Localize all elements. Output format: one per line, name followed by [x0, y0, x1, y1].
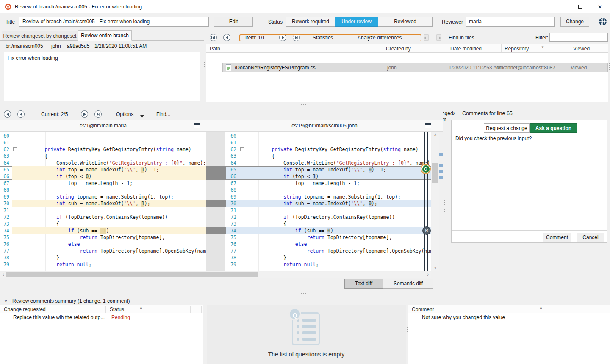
status-rework-button[interactable]: Rework required — [286, 17, 335, 27]
scroll-right-icon[interactable]: › — [425, 272, 431, 278]
right-code-line-67[interactable]: 67 top = name.Length - 1; — [225, 180, 431, 187]
col-status[interactable]: Status — [110, 306, 124, 312]
right-code-line-68[interactable]: 68 — [225, 187, 431, 193]
edit-button[interactable]: Edit — [214, 17, 253, 27]
next-diff-button[interactable] — [81, 110, 88, 118]
comment-button[interactable]: Comment — [543, 233, 571, 242]
left-code-line-62[interactable]: 62– private RegistryKey GetRegistoryEntr… — [0, 146, 206, 153]
filter-input[interactable] — [549, 33, 608, 42]
options-caret-icon[interactable] — [140, 113, 144, 119]
right-code-line-71[interactable]: 71 — [225, 207, 431, 214]
left-code-line-75[interactable]: 75 return TopDirectory[topname]; — [0, 234, 206, 241]
right-code-line-61[interactable]: 61 — [225, 139, 431, 146]
review-title-input[interactable] — [19, 17, 209, 27]
scroll-down-icon[interactable]: ∨ — [432, 265, 439, 271]
left-code-line-72[interactable]: 72 if (TopDirectory.ContainsKey(topname)… — [0, 214, 206, 221]
analyze-differences-button[interactable]: Analyze differences — [358, 35, 402, 41]
tab-review-changeset-by-changeset[interactable]: Review changeset by changeset — [2, 31, 78, 41]
options-button[interactable]: Options — [116, 111, 133, 117]
scroll-left-icon[interactable]: ‹ — [0, 272, 6, 278]
left-code-line-70[interactable]: 70 int sub = name.IndexOf('\\', 1); — [0, 200, 206, 207]
left-code-line-61[interactable]: 61 — [0, 139, 206, 146]
reviewer-input[interactable] — [466, 17, 555, 27]
bottom-splitter-handle-left[interactable] — [205, 327, 205, 334]
right-code-line-78[interactable]: 78 } — [225, 254, 431, 261]
left-code-line-63[interactable]: 63 { — [0, 153, 206, 160]
close-button[interactable]: ✕ — [590, 0, 610, 13]
text-diff-button[interactable]: Text diff — [344, 279, 383, 289]
summary-collapse-icon[interactable]: v — [5, 298, 7, 303]
right-code-line-79[interactable]: 79 return null; — [225, 261, 431, 268]
minimize-button[interactable] — [551, 0, 571, 13]
fold-icon[interactable]: – — [13, 147, 17, 151]
reply-badge[interactable]: R — [422, 226, 431, 235]
last-item-button[interactable] — [293, 34, 300, 41]
left-code-line-67[interactable]: 67 top = name.Length - 1; — [0, 180, 206, 187]
horizontal-scroll-thumb[interactable] — [6, 272, 258, 277]
right-code-line-64[interactable]: 64 Console.WriteLine("GetRegistoryEntry … — [225, 160, 431, 166]
prev-diff-button[interactable] — [17, 110, 25, 118]
comment-row-text[interactable]: Not sure why you changed this value — [422, 314, 505, 320]
request-change-button[interactable]: Request a change — [484, 123, 530, 133]
ask-question-button[interactable]: Ask a question — [530, 123, 577, 133]
diff-vertical-scrollbar[interactable]: ∧ ∨ — [432, 132, 439, 271]
right-code-line-75[interactable]: 75 return TopDirectory[topname]; — [225, 234, 431, 241]
left-code-line-69[interactable]: 69 string topname = name.Substring(1, to… — [0, 193, 206, 200]
summary-header[interactable]: v Review comments summary (1 change, 1 c… — [0, 297, 610, 304]
right-code-line-65[interactable]: 65 int top = name.IndexOf('\\', 0) -1; — [225, 166, 431, 173]
right-code-line-69[interactable]: 69 string topname = name.Substring(1, to… — [225, 193, 431, 200]
vertical-scroll-thumb[interactable] — [432, 163, 438, 183]
diff-comments-splitter-handle[interactable] — [444, 200, 445, 212]
globe-icon[interactable] — [599, 17, 607, 27]
prev-difference-icon[interactable] — [423, 34, 430, 42]
left-code-line-73[interactable]: 73 { — [0, 221, 206, 227]
left-code-line-76[interactable]: 76 else — [0, 241, 206, 248]
branch-comment-box[interactable]: Fix error when loading — [4, 52, 200, 101]
right-code-line-70[interactable]: 70 int sub = name.IndexOf('\\', 0); — [225, 200, 431, 207]
right-code-line-73[interactable]: 73 { — [225, 221, 431, 227]
col-repository[interactable]: Repository — [505, 46, 529, 52]
left-code-line-60[interactable]: 60 — [0, 132, 206, 139]
statistics-button[interactable]: Statistics — [313, 35, 333, 41]
right-code-line-66[interactable]: 66 if (top < 1) — [225, 173, 431, 180]
scroll-up-icon[interactable]: ∧ — [432, 132, 439, 138]
first-diff-button[interactable] — [4, 110, 11, 118]
right-code-line-62[interactable]: 62– private RegistryKey GetRegistoryEntr… — [225, 146, 431, 153]
col-viewed[interactable]: Viewed — [573, 46, 590, 52]
left-code-line-77[interactable]: 77 return TopDirectory[topname].OpenSubK… — [0, 248, 206, 254]
left-pane-window-icon[interactable] — [194, 123, 200, 128]
diff-horizontal-scrollbar[interactable]: ‹ › — [0, 272, 431, 278]
right-code-line-72[interactable]: 72 if (TopDirectory.ContainsKey(topname)… — [225, 214, 431, 221]
fold-icon[interactable]: – — [240, 147, 244, 151]
right-code-line-63[interactable]: 63 { — [225, 153, 431, 160]
question-badge[interactable]: Q — [421, 164, 431, 174]
change-request-text[interactable]: Replace this value wih the related outp.… — [13, 314, 105, 320]
left-code-line-64[interactable]: 64 Console.WriteLine("GetRegistoryEntry … — [0, 160, 206, 166]
status-under-review-button[interactable]: Under review — [335, 17, 378, 27]
left-code-line-78[interactable]: 78 } — [0, 254, 206, 261]
comment-draft-text[interactable]: Did you check the previous input? — [455, 135, 603, 141]
col-date-modified[interactable]: Date modified — [450, 46, 482, 52]
last-diff-button[interactable] — [94, 110, 102, 118]
right-edge-splitter-handle[interactable] — [609, 63, 610, 70]
find-button[interactable]: Find... — [156, 111, 170, 117]
prev-item-button[interactable] — [223, 34, 230, 41]
cancel-button[interactable]: Cancel — [577, 233, 604, 242]
col-path[interactable]: Path — [210, 46, 220, 52]
comments-collapse-icon[interactable]: › — [453, 110, 455, 116]
tab-review-entire-branch[interactable]: Review entire branch — [78, 30, 132, 41]
first-item-button[interactable] — [210, 34, 217, 41]
col-comment[interactable]: Comment — [412, 306, 434, 312]
left-code-line-74[interactable]: 74 if (sub == -1) — [0, 227, 206, 234]
right-code-line-77[interactable]: 77 return TopDirectory[topname].OpenSubK… — [225, 248, 431, 254]
left-code-line-65[interactable]: 65 int top = name.IndexOf('\\', 1) -1; — [0, 166, 206, 173]
right-code-line-60[interactable]: 60 — [225, 132, 431, 139]
next-difference-icon[interactable] — [435, 34, 442, 42]
right-code-line-76[interactable]: 76 else — [225, 241, 431, 248]
next-item-button[interactable] — [279, 34, 286, 41]
status-reviewed-button[interactable]: Reviewed — [378, 17, 433, 27]
right-code-line-74[interactable]: 74 if (sub == 0) — [225, 227, 431, 234]
left-code-line-68[interactable]: 68 — [0, 187, 206, 193]
bottom-splitter-handle-right[interactable] — [407, 327, 408, 334]
maximize-button[interactable] — [571, 0, 590, 13]
